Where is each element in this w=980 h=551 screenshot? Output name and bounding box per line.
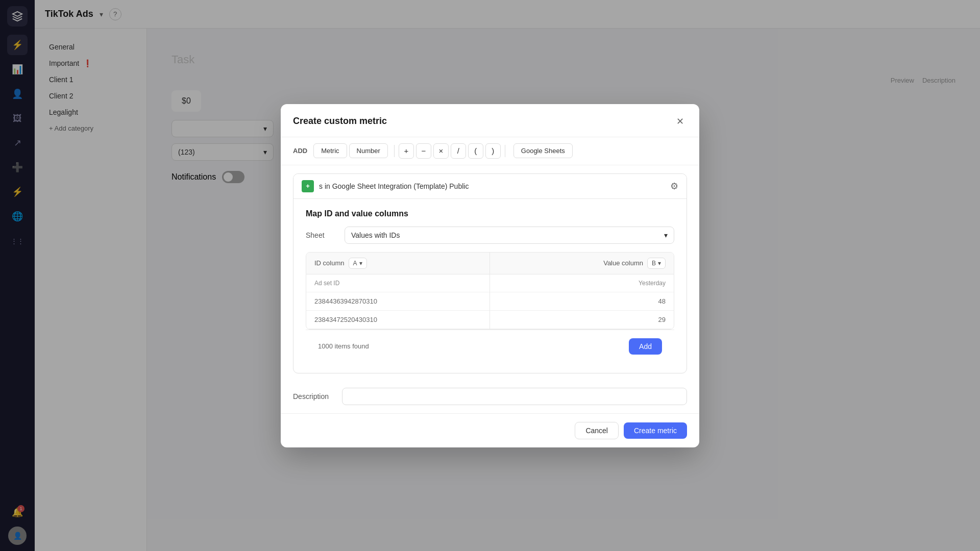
sheet-panel-title: s in Google Sheet Integration (Template)… xyxy=(319,182,469,190)
value-col-header: Value column B ▾ xyxy=(490,253,674,274)
sheet-select-dropdown[interactable]: Values with IDs ▾ xyxy=(345,227,674,244)
google-sheets-icon: + xyxy=(302,180,314,192)
modal-overlay: Create custom metric ✕ ADD Metric Number… xyxy=(0,0,980,551)
toolbar-paren-open-btn[interactable]: ( xyxy=(468,143,483,159)
toolbar-add-label: ADD xyxy=(293,147,307,155)
sheet-selector-row: Sheet Values with IDs ▾ xyxy=(306,227,674,244)
columns-table: ID column A ▾ Value column B ▾ xyxy=(306,252,674,330)
value-col-select-value: B xyxy=(652,260,656,267)
id-col-select[interactable]: A ▾ xyxy=(349,258,367,269)
sheet-select-chevron-icon: ▾ xyxy=(664,231,668,239)
table-row: 23844363942870310 48 xyxy=(306,292,674,311)
value-col-select[interactable]: B ▾ xyxy=(647,258,666,269)
id-col-header: ID column A ▾ xyxy=(306,253,490,274)
dialog-header: Create custom metric ✕ xyxy=(281,104,699,137)
description-row: Description xyxy=(281,382,699,413)
sheet-label: Sheet xyxy=(306,231,336,239)
row-1-col2: 29 xyxy=(490,311,674,329)
dialog-toolbar: ADD Metric Number + − × / ( ) Google She… xyxy=(281,137,699,165)
map-section-title: Map ID and value columns xyxy=(306,209,674,218)
table-header-row: Ad set ID Yesterday xyxy=(306,274,674,292)
toolbar-google-sheets-btn[interactable]: Google Sheets xyxy=(513,143,573,158)
sheet-panel-header: + s in Google Sheet Integration (Templat… xyxy=(293,174,687,199)
col2-header-cell: Yesterday xyxy=(490,274,674,292)
dialog-bottom-footer: Cancel Create metric xyxy=(281,413,699,447)
items-found-label: 1000 items found xyxy=(318,342,369,350)
row-0-col2: 48 xyxy=(490,292,674,311)
toolbar-divider-2 xyxy=(505,145,505,157)
map-section: Map ID and value columns Sheet Values wi… xyxy=(293,199,687,373)
sheet-select-value: Values with IDs xyxy=(351,231,400,239)
create-metric-button[interactable]: Create metric xyxy=(624,422,687,439)
dialog-title: Create custom metric xyxy=(293,116,387,127)
toolbar-math-ops: + − × / ( ) xyxy=(399,143,501,159)
dialog-body: + s in Google Sheet Integration (Templat… xyxy=(281,165,699,413)
description-label: Description xyxy=(293,392,334,400)
toolbar-paren-close-btn[interactable]: ) xyxy=(485,143,501,159)
footer-actions: Add xyxy=(629,338,662,355)
row-1-col1: 23843472520430310 xyxy=(306,311,490,329)
sheet-panel-left: + s in Google Sheet Integration (Templat… xyxy=(302,180,469,192)
toolbar-metric-btn[interactable]: Metric xyxy=(313,143,347,158)
row-0-col1: 23844363942870310 xyxy=(306,292,490,311)
cancel-button[interactable]: Cancel xyxy=(575,422,619,439)
value-col-label: Value column xyxy=(603,259,643,267)
toolbar-multiply-btn[interactable]: × xyxy=(433,143,449,159)
sheet-panel: + s in Google Sheet Integration (Templat… xyxy=(293,173,687,373)
col1-header-cell: Ad set ID xyxy=(306,274,490,292)
columns-header: ID column A ▾ Value column B ▾ xyxy=(306,253,674,274)
add-button[interactable]: Add xyxy=(629,338,662,355)
toolbar-minus-btn[interactable]: − xyxy=(416,143,431,159)
toolbar-divide-btn[interactable]: / xyxy=(451,143,466,159)
description-input[interactable] xyxy=(342,388,687,405)
dialog: Create custom metric ✕ ADD Metric Number… xyxy=(281,104,699,447)
toolbar-plus-btn[interactable]: + xyxy=(399,143,414,159)
sheet-gear-btn[interactable]: ⚙ xyxy=(670,181,678,192)
id-col-label: ID column xyxy=(314,259,345,267)
sheet-footer: 1000 items found Add xyxy=(306,330,674,363)
toolbar-number-btn[interactable]: Number xyxy=(349,143,388,158)
table-row: 23843472520430310 29 xyxy=(306,311,674,329)
google-sheets-icon-label: + xyxy=(306,182,310,190)
id-col-select-chevron: ▾ xyxy=(359,260,362,267)
toolbar-divider-1 xyxy=(394,145,395,157)
value-col-select-chevron: ▾ xyxy=(658,260,661,267)
close-button[interactable]: ✕ xyxy=(673,114,687,129)
id-col-select-value: A xyxy=(353,260,357,267)
